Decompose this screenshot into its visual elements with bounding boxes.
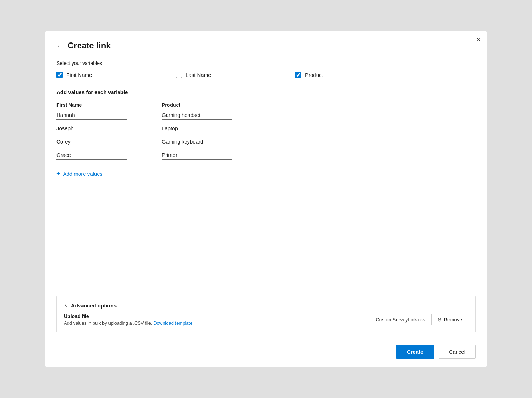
- upload-file-label: Upload file: [64, 313, 192, 319]
- table-row: [56, 111, 476, 120]
- table-row: [56, 151, 476, 160]
- create-button[interactable]: Create: [396, 345, 435, 359]
- first-name-label[interactable]: First Name: [66, 72, 92, 78]
- create-link-dialog: × ← Create link Select your variables Fi…: [45, 31, 487, 367]
- upload-right: CustomSurveyLink.csv ⊖ Remove: [375, 314, 468, 325]
- cancel-button[interactable]: Cancel: [439, 345, 476, 359]
- csv-filename: CustomSurveyLink.csv: [375, 317, 425, 323]
- advanced-options-section: ∧ Advanced options Upload file Add value…: [56, 296, 476, 332]
- remove-button[interactable]: ⊖ Remove: [431, 314, 468, 325]
- col-header-product: Product: [162, 102, 235, 108]
- upload-desc-text: Add values in bulk by uploading a .CSV f…: [64, 320, 152, 326]
- variables-section-label: Select your variables: [56, 60, 476, 66]
- title-row: ← Create link: [56, 41, 476, 51]
- product-input-3[interactable]: [162, 137, 232, 146]
- last-name-label[interactable]: Last Name: [186, 72, 211, 78]
- variables-row: First Name Last Name Product: [56, 72, 476, 78]
- download-template-link[interactable]: Download template: [153, 320, 192, 326]
- product-input-1[interactable]: [162, 111, 232, 120]
- add-more-label: Add more values: [63, 171, 103, 177]
- dialog-title: Create link: [68, 41, 111, 51]
- product-label[interactable]: Product: [305, 72, 323, 78]
- checkbox-last-name: Last Name: [176, 72, 295, 78]
- remove-label: Remove: [444, 317, 462, 323]
- upload-description: Add values in bulk by uploading a .CSV f…: [64, 320, 192, 326]
- values-rows: [56, 111, 476, 164]
- add-values-section: Add values for each variable First Name …: [56, 89, 476, 287]
- upload-left: Upload file Add values in bulk by upload…: [64, 313, 192, 326]
- upload-row: Upload file Add values in bulk by upload…: [64, 313, 468, 326]
- col-header-first-name: First Name: [56, 102, 130, 108]
- first-name-checkbox[interactable]: [56, 72, 63, 78]
- checkbox-first-name: First Name: [56, 72, 176, 78]
- back-button[interactable]: ←: [56, 42, 64, 49]
- add-more-values-button[interactable]: + Add more values: [56, 170, 102, 178]
- product-input-2[interactable]: [162, 124, 232, 133]
- table-row: [56, 124, 476, 133]
- chevron-up-icon: ∧: [64, 303, 67, 309]
- checkbox-product: Product: [295, 72, 414, 78]
- product-input-4[interactable]: [162, 151, 232, 160]
- product-checkbox[interactable]: [295, 72, 301, 78]
- first-name-input-2[interactable]: [56, 124, 127, 133]
- close-button[interactable]: ×: [476, 36, 480, 43]
- remove-icon: ⊖: [437, 316, 442, 323]
- plus-icon: +: [56, 170, 60, 178]
- first-name-input-3[interactable]: [56, 137, 127, 146]
- advanced-options-title: Advanced options: [71, 303, 117, 309]
- values-table-header: First Name Product: [56, 102, 476, 108]
- dialog-footer: Create Cancel: [56, 332, 476, 359]
- add-values-title: Add values for each variable: [56, 89, 476, 95]
- table-row: [56, 137, 476, 146]
- first-name-input-4[interactable]: [56, 151, 127, 160]
- last-name-checkbox[interactable]: [176, 72, 182, 78]
- first-name-input-1[interactable]: [56, 111, 127, 120]
- advanced-options-header[interactable]: ∧ Advanced options: [64, 303, 468, 309]
